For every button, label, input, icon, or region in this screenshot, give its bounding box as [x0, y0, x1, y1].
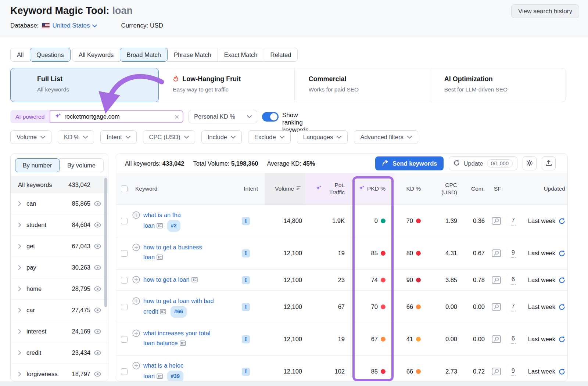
clear-input-icon[interactable]: ×	[175, 113, 179, 120]
refresh-icon[interactable]	[559, 250, 565, 257]
serp-features-count[interactable]: 6	[511, 276, 516, 285]
filter-include[interactable]: Include	[201, 130, 242, 144]
select-all-checkbox[interactable]	[121, 185, 128, 192]
row-checkbox[interactable]	[121, 218, 128, 224]
serp-preview-icon[interactable]	[492, 276, 501, 284]
add-keyword-icon[interactable]	[132, 297, 140, 305]
column-updated[interactable]: Updated	[518, 173, 568, 205]
card-commercial[interactable]: Commercial Works for paid SEO	[294, 68, 430, 102]
group-row-get[interactable]: get67,043	[11, 236, 108, 257]
settings-button[interactable]	[523, 156, 537, 170]
hide-group-eye-icon[interactable]	[94, 371, 101, 377]
sidebar-scrollbar[interactable]	[104, 178, 107, 307]
tab-all-keywords[interactable]: All Keywords	[72, 48, 120, 62]
add-keyword-icon[interactable]	[132, 211, 140, 219]
group-row-home[interactable]: home28,795	[11, 278, 108, 300]
serp-features-count[interactable]: 7	[511, 217, 516, 226]
personal-kd-select[interactable]: Personal KD %	[189, 110, 257, 123]
group-row-pay[interactable]: pay30,263	[11, 257, 108, 278]
column-pot-traffic[interactable]: Pot. Traffic	[305, 173, 353, 205]
view-search-history-button[interactable]: View search history	[511, 4, 579, 18]
hide-group-eye-icon[interactable]	[94, 243, 101, 249]
tab-all[interactable]: All	[10, 48, 30, 62]
hide-group-eye-icon[interactable]	[94, 329, 101, 334]
row-checkbox[interactable]	[121, 277, 128, 284]
filter-exclude[interactable]: Exclude	[248, 130, 291, 144]
update-button[interactable]: Update 0/1,000	[449, 156, 517, 170]
card-low-hanging-fruit[interactable]: Low-Hanging Fruit Easy way to get traffi…	[158, 68, 294, 102]
group-row-interest[interactable]: interest24,169	[11, 321, 108, 342]
group-row-forgiveness[interactable]: forgiveness18,797	[11, 364, 108, 381]
hide-group-eye-icon[interactable]	[94, 265, 101, 270]
row-checkbox[interactable]	[121, 250, 128, 257]
column-intent[interactable]: Intent	[239, 173, 265, 205]
filter-languages[interactable]: Languages	[297, 130, 348, 144]
column-pkd[interactable]: PKD %	[353, 173, 394, 205]
group-row-credit[interactable]: credit23,434	[11, 342, 108, 364]
serp-features-count[interactable]: 9	[511, 249, 516, 258]
show-ranking-toggle[interactable]	[262, 112, 279, 122]
serp-preview-icon[interactable]	[492, 368, 501, 375]
serp-snippet-icon[interactable]	[191, 277, 198, 282]
refresh-icon[interactable]	[559, 336, 565, 343]
export-button[interactable]	[542, 156, 556, 170]
filter-advanced-filters[interactable]: Advanced filters	[354, 130, 418, 144]
keyword-link[interactable]: how to get a loan	[143, 276, 198, 283]
tab-by-number[interactable]: By number	[15, 158, 60, 172]
card-ai-optimization[interactable]: AI Optimization Best for LLM-driven SEO	[430, 68, 566, 102]
serp-features-count[interactable]: 9	[511, 367, 516, 376]
serp-snippet-icon[interactable]	[157, 374, 163, 379]
add-keyword-icon[interactable]	[132, 329, 140, 337]
row-checkbox[interactable]	[121, 304, 128, 310]
serp-snippet-icon[interactable]	[157, 255, 163, 260]
add-keyword-icon[interactable]	[132, 243, 140, 251]
hide-group-eye-icon[interactable]	[94, 286, 101, 292]
column-kd[interactable]: KD %	[394, 173, 423, 205]
column-volume[interactable]: Volume	[265, 173, 305, 205]
send-keywords-button[interactable]: Send keywords	[375, 156, 444, 170]
serp-snippet-icon[interactable]	[160, 309, 166, 314]
column-sf[interactable]: SF	[487, 173, 518, 205]
filter-kd[interactable]: KD %	[58, 130, 94, 144]
row-checkbox[interactable]	[121, 368, 128, 375]
filter-intent[interactable]: Intent	[100, 130, 136, 144]
hide-group-eye-icon[interactable]	[94, 222, 101, 228]
hide-group-eye-icon[interactable]	[94, 307, 101, 313]
serp-features-count[interactable]: 7	[511, 303, 516, 311]
all-keywords-row[interactable]: All keywords 433,042	[11, 176, 108, 193]
keyword-link[interactable]: how to get a loan with bad credit #66	[143, 297, 214, 315]
row-checkbox[interactable]	[121, 336, 128, 343]
keyword-link[interactable]: what is a heloc loan #39	[143, 362, 183, 379]
refresh-icon[interactable]	[559, 218, 565, 224]
column-com[interactable]: Com.	[459, 173, 487, 205]
tab-phrase-match[interactable]: Phrase Match	[167, 48, 218, 62]
group-row-car[interactable]: car27,475	[11, 300, 108, 321]
card-full-list[interactable]: Full List All keywords	[10, 68, 159, 102]
tab-exact-match[interactable]: Exact Match	[218, 48, 264, 62]
hide-group-eye-icon[interactable]	[94, 201, 101, 206]
serp-features-count[interactable]: 6	[511, 335, 516, 344]
database-selector[interactable]: United States	[53, 22, 97, 29]
refresh-icon[interactable]	[559, 277, 565, 284]
serp-preview-icon[interactable]	[492, 217, 501, 225]
tab-broad-match[interactable]: Broad Match	[120, 48, 168, 62]
column-cpc[interactable]: CPC (USD)	[423, 173, 459, 205]
filter-cpc-usd[interactable]: CPC (USD)	[143, 130, 195, 144]
group-row-can[interactable]: can85,865	[11, 193, 108, 214]
add-keyword-icon[interactable]	[132, 362, 140, 369]
tab-by-volume[interactable]: By volume	[59, 158, 104, 172]
serp-preview-icon[interactable]	[492, 303, 501, 311]
filter-volume[interactable]: Volume	[10, 130, 51, 144]
serp-snippet-icon[interactable]	[180, 340, 186, 346]
serp-preview-icon[interactable]	[492, 249, 501, 257]
keyword-link[interactable]: what increases your total loan balance	[143, 330, 211, 346]
keyword-link[interactable]: what is an fha loan #2	[143, 212, 181, 229]
column-keyword[interactable]: Keyword	[132, 173, 239, 205]
tab-questions[interactable]: Questions	[30, 48, 70, 62]
refresh-icon[interactable]	[559, 304, 565, 310]
add-keyword-icon[interactable]	[132, 276, 140, 284]
serp-preview-icon[interactable]	[492, 335, 501, 343]
hide-group-eye-icon[interactable]	[94, 350, 101, 356]
tab-related[interactable]: Related	[264, 48, 298, 62]
keyword-link[interactable]: how to get a business loan	[143, 244, 202, 260]
